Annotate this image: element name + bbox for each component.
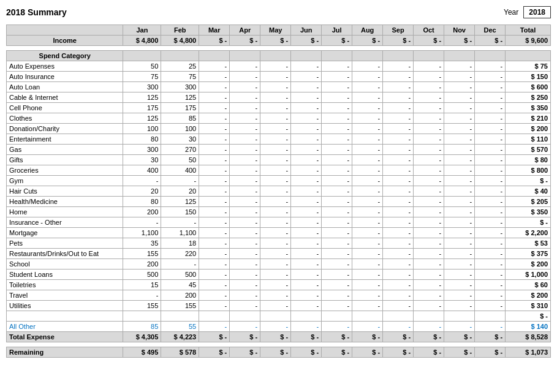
total-expense-sep: $ - — [383, 332, 414, 342]
table-row: Insurance - Other ------------ $ - — [7, 217, 551, 228]
remaining-dec: $ - — [475, 347, 506, 358]
remaining-nov: $ - — [444, 347, 475, 358]
feb-header: Feb — [161, 25, 199, 36]
total-expense-feb: $ 4,223 — [161, 332, 199, 342]
remaining-row: Remaining $ 495 $ 578 $ - $ - $ - $ - $ … — [7, 347, 551, 358]
aug-header: Aug — [352, 25, 383, 36]
total-expense-oct: $ - — [414, 332, 444, 342]
total-expense-jun: $ - — [291, 332, 322, 342]
sep-header: Sep — [383, 25, 414, 36]
spend-may-hdr — [260, 51, 291, 61]
total-expense-jul: $ - — [322, 332, 352, 342]
remaining-oct: $ - — [414, 347, 444, 358]
total-expense-row: Total Expense $ 4,305 $ 4,223 $ - $ - $ … — [7, 332, 551, 342]
remaining-mar: $ - — [199, 347, 230, 358]
jun-header: Jun — [291, 25, 322, 36]
spend-oct-hdr — [414, 51, 444, 61]
table-row: Home 200150---------- $ 350 — [7, 207, 551, 217]
table-row: School 200----------- $ 200 — [7, 259, 551, 270]
remaining-sep: $ - — [383, 347, 414, 358]
nov-header: Nov — [444, 25, 475, 36]
mar-header: Mar — [199, 25, 230, 36]
table-row: Health/Medicine 80125---------- $ 205 — [7, 197, 551, 207]
page-title: 2018 Summary — [6, 7, 504, 17]
all-other-label: All Other — [7, 322, 123, 332]
apr-header: Apr — [230, 25, 260, 36]
remaining-total: $ 1,073 — [506, 347, 551, 358]
total-expense-dec: $ - — [475, 332, 506, 342]
may-header: May — [260, 25, 291, 36]
table-row: Gym ------------ $ - — [7, 176, 551, 186]
total-expense-total: $ 8,528 — [506, 332, 551, 342]
total-expense-nov: $ - — [444, 332, 475, 342]
all-other-row: All Other 8555 ---- ---- -- $ 140 — [7, 322, 551, 332]
total-expense-apr: $ - — [230, 332, 260, 342]
separator-1 — [7, 46, 551, 51]
total-header: Total — [506, 25, 551, 36]
spend-feb-hdr — [161, 51, 199, 61]
remaining-aug: $ - — [352, 347, 383, 358]
remaining-label: Remaining — [7, 347, 123, 358]
spend-total-hdr — [506, 51, 551, 61]
table-row: Groceries 400400---------- $ 800 — [7, 165, 551, 176]
jan-header: Jan — [123, 25, 161, 36]
remaining-feb: $ 578 — [161, 347, 199, 358]
income-nov: $ - — [444, 36, 475, 46]
income-feb: $ 4,800 — [161, 36, 199, 46]
category-header — [7, 25, 123, 36]
table-row: Clothes 12585---------- $ 210 — [7, 113, 551, 124]
income-aug: $ - — [352, 36, 383, 46]
table-row: Mortgage 1,1001,100---------- $ 2,200 — [7, 228, 551, 238]
table-row: $ - — [7, 311, 551, 322]
income-jun: $ - — [291, 36, 322, 46]
total-expense-jan: $ 4,305 — [123, 332, 161, 342]
total-expense-mar: $ - — [199, 332, 230, 342]
table-row: Pets 3518---------- $ 53 — [7, 238, 551, 249]
table-row: Restaurants/Drinks/Out to Eat 155220----… — [7, 249, 551, 259]
table-row: Gas 300270---------- $ 570 — [7, 145, 551, 155]
spend-mar-hdr — [199, 51, 230, 61]
spend-aug-hdr — [352, 51, 383, 61]
income-may: $ - — [260, 36, 291, 46]
table-row: Student Loans 500500---------- $ 1,000 — [7, 270, 551, 280]
table-row: Gifts 3050---------- $ 80 — [7, 155, 551, 165]
income-sep: $ - — [383, 36, 414, 46]
income-mar: $ - — [199, 36, 230, 46]
remaining-jan: $ 495 — [123, 347, 161, 358]
income-row: Income $ 4,800 $ 4,800 $ - $ - $ - $ - $… — [7, 36, 551, 46]
table-row: Auto Expenses 5025---------- $ 75 — [7, 61, 551, 72]
spend-header-row: Spend Category — [7, 51, 551, 61]
remaining-jun: $ - — [291, 347, 322, 358]
year-value[interactable]: 2018 — [523, 6, 551, 18]
separator-2 — [7, 342, 551, 347]
table-row: Auto Insurance 7575---------- $ 150 — [7, 72, 551, 82]
income-total: $ 9,600 — [506, 36, 551, 46]
table-row: Cell Phone 175175---------- $ 350 — [7, 103, 551, 113]
summary-table: Jan Feb Mar Apr May Jun Jul Aug Sep Oct … — [6, 24, 551, 358]
table-row: Hair Cuts 2020---------- $ 40 — [7, 186, 551, 197]
income-jul: $ - — [322, 36, 352, 46]
month-header-row: Jan Feb Mar Apr May Jun Jul Aug Sep Oct … — [7, 25, 551, 36]
total-expense-may: $ - — [260, 332, 291, 342]
jul-header: Jul — [322, 25, 352, 36]
spend-sep-hdr — [383, 51, 414, 61]
income-oct: $ - — [414, 36, 444, 46]
spend-dec-hdr — [475, 51, 506, 61]
remaining-jul: $ - — [322, 347, 352, 358]
table-row: Auto Loan 300300---------- $ 600 — [7, 82, 551, 92]
table-row: Utilities 155155---------- $ 310 — [7, 301, 551, 311]
remaining-may: $ - — [260, 347, 291, 358]
year-label: Year — [504, 8, 518, 17]
income-label: Income — [7, 36, 123, 46]
table-row: Entertainment 8030---------- $ 110 — [7, 134, 551, 145]
remaining-apr: $ - — [230, 347, 260, 358]
table-row: Cable & Internet 125125---------- $ 250 — [7, 92, 551, 103]
table-row: Travel -200---------- $ 200 — [7, 290, 551, 301]
dec-header: Dec — [475, 25, 506, 36]
spend-apr-hdr — [230, 51, 260, 61]
spend-jan-hdr — [123, 51, 161, 61]
table-row: Donation/Charity 100100---------- $ 200 — [7, 124, 551, 134]
total-expense-aug: $ - — [352, 332, 383, 342]
income-jan: $ 4,800 — [123, 36, 161, 46]
table-row: Toiletries 1545---------- $ 60 — [7, 280, 551, 290]
